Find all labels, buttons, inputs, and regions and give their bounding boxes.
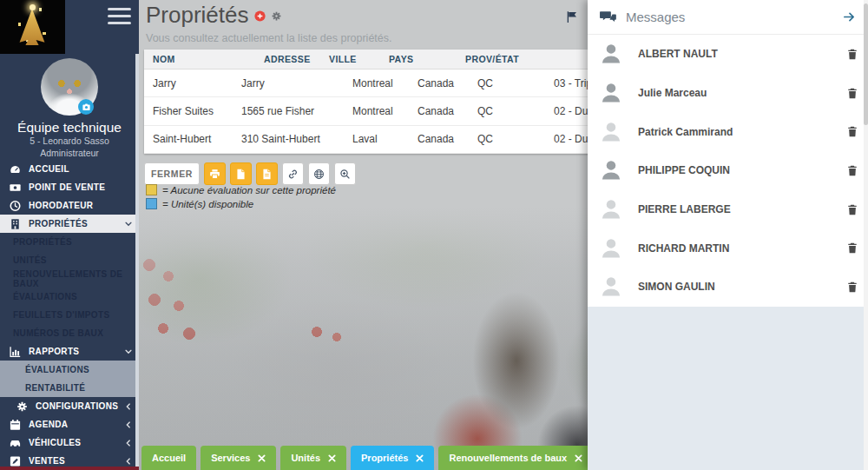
sidebar-subitem-unites[interactable]: UNITÉS	[0, 251, 139, 269]
delete-conversation-button[interactable]	[847, 88, 858, 99]
dashboard-icon	[9, 163, 22, 175]
export-pdf-button[interactable]	[256, 162, 278, 185]
column-header: PAYS	[380, 54, 457, 64]
tab-close-icon[interactable]	[575, 454, 582, 462]
user-profile: Équipe technique 5 - Leonardo Sasso Admi…	[0, 58, 139, 159]
fermer-button[interactable]: FERMER	[144, 162, 200, 185]
zoom-search-button[interactable]	[334, 162, 356, 185]
team-name: Équipe technique	[0, 120, 139, 136]
link-icon	[287, 169, 299, 180]
delete-conversation-button[interactable]	[847, 126, 858, 137]
sidebar-subitem-numeros-de-baux[interactable]: NUMÉROS DE BAUX	[0, 324, 139, 342]
delete-conversation-button[interactable]	[847, 204, 858, 215]
chevron-left-icon	[124, 420, 133, 429]
message-contact[interactable]: SIMON GAULIN	[588, 268, 868, 307]
delete-conversation-button[interactable]	[847, 165, 858, 176]
user-id: 5 - Leonardo Sasso	[0, 136, 139, 148]
column-header: ADRESSE	[255, 54, 320, 64]
table-cell: Jarry	[144, 77, 233, 89]
contact-name: ALBERT NAULT	[638, 48, 847, 60]
add-property-button[interactable]	[254, 10, 266, 22]
message-contact[interactable]: ALBERT NAULT	[588, 35, 868, 74]
legend-text: = Unité(s) disponible	[162, 199, 253, 209]
cash-icon	[9, 182, 22, 194]
flag-icon[interactable]	[566, 10, 579, 23]
sidebar-item-accueil[interactable]: ACCUEIL	[0, 160, 139, 178]
printer-icon	[209, 169, 220, 180]
print-button[interactable]	[204, 162, 226, 185]
table-cell: Saint-Hubert	[144, 133, 233, 145]
tab-label: Accueil	[152, 453, 186, 463]
tab-proprietes[interactable]: Propriétés	[351, 446, 434, 470]
sidebar-subitem-rentabilite[interactable]: RENTABILITÉ	[0, 379, 139, 397]
sidebar-bottom-strip	[0, 467, 139, 470]
link-button[interactable]	[282, 162, 304, 185]
message-contact[interactable]: Julie Marceau	[588, 74, 868, 113]
person-avatar-icon	[599, 158, 623, 182]
messages-scrollbar[interactable]	[864, 0, 868, 470]
clock-icon	[9, 200, 22, 212]
sidebar-item-vehicules[interactable]: VÉHICULES	[0, 434, 139, 452]
chevron-left-icon	[124, 457, 133, 466]
column-header: VILLE	[320, 54, 380, 64]
delete-conversation-button[interactable]	[847, 242, 858, 254]
tab-unites[interactable]: Unités	[280, 446, 346, 470]
tab-renouvellements-de-baux[interactable]: Renouvellements de baux	[438, 446, 593, 470]
contact-name: PHILIPPE COQUIN	[638, 164, 847, 176]
sidebar-subitem-renouvellements-de-baux[interactable]: RENOUVELLEMENTS DE BAUX	[0, 269, 139, 288]
tab-close-icon[interactable]	[416, 454, 424, 462]
car-icon	[9, 437, 22, 449]
christmas-tree-logo[interactable]	[0, 0, 65, 54]
sidebar-subitem-rapports-evaluations[interactable]: ÉVALUATIONS	[0, 361, 139, 379]
message-contact[interactable]: PIERRE LABERGE	[588, 190, 868, 229]
toolbar-buttons	[204, 162, 356, 185]
message-contact[interactable]: PHILIPPE COQUIN	[588, 151, 868, 190]
tab-close-icon[interactable]	[258, 454, 266, 462]
person-avatar-icon	[599, 197, 623, 222]
file-icon	[235, 169, 247, 180]
sidebar-item-configurations[interactable]: CONFIGURATIONS	[0, 397, 139, 415]
person-avatar-icon	[599, 81, 623, 105]
legend-row: = Unité(s) disponible	[146, 198, 336, 209]
tab-close-icon[interactable]	[328, 454, 336, 462]
sidebar-scrollbar[interactable]	[135, 54, 139, 470]
page-subtitle: Vous consultez actuellement la liste des…	[146, 32, 392, 44]
sidebar-item-label: VÉHICULES	[29, 438, 81, 447]
hamburger-menu-button[interactable]	[108, 8, 131, 24]
table-cell: Canada	[409, 77, 469, 89]
tab-services[interactable]: Services	[201, 446, 276, 470]
delete-conversation-button[interactable]	[847, 281, 858, 293]
sidebar-item-label: RENOUVELLEMENTS DE BAUX	[13, 269, 133, 288]
contacts-list: ALBERT NAULT Julie Marceau Patrick Cammi…	[588, 35, 868, 307]
tab-label: Services	[211, 453, 250, 463]
globe-button[interactable]	[308, 162, 330, 185]
sidebar-item-agenda[interactable]: AGENDA	[0, 415, 139, 434]
sidebar-subitem-feuillets-impots[interactable]: FEUILLETS D'IMPOTS	[0, 306, 139, 324]
sidebar-subitem-proprietes[interactable]: PROPRIÉTÉS	[0, 233, 139, 251]
sidebar-item-label: POINT DE VENTE	[29, 182, 105, 192]
sidebar-menu: ACCUEIL POINT DE VENTE HORODATEUR	[0, 160, 139, 470]
table-cell: QC	[469, 77, 545, 89]
sidebar-subitem-evaluations[interactable]: ÉVALUATIONS	[0, 288, 139, 306]
export-file-button[interactable]	[230, 162, 252, 185]
page-settings-button[interactable]	[271, 10, 282, 22]
message-contact[interactable]: RICHARD MARTIN	[588, 228, 868, 268]
tab-label: Propriétés	[361, 453, 408, 463]
sidebar-item-label: ÉVALUATIONS	[13, 292, 77, 301]
tab-accueil[interactable]: Accueil	[141, 446, 196, 470]
user-role: Administrateur	[0, 148, 139, 160]
legend-row: = Aucune évaluation sur cette propriété	[146, 184, 336, 195]
sidebar-item-label: VENTES	[29, 456, 65, 466]
sidebar-item-rapports[interactable]: RAPPORTS	[0, 342, 139, 361]
delete-conversation-button[interactable]	[847, 49, 858, 60]
search-plus-icon	[339, 169, 351, 180]
collapse-panel-arrow-icon[interactable]	[842, 10, 857, 23]
message-contact[interactable]: Patrick Cammirand	[588, 112, 868, 151]
sidebar-item-proprietes[interactable]: PROPRIÉTÉS	[0, 215, 139, 233]
chart-icon	[9, 346, 22, 358]
change-avatar-button[interactable]	[78, 99, 94, 115]
sidebar-item-label: ÉVALUATIONS	[25, 365, 89, 374]
sidebar-item-label: PROPRIÉTÉS	[29, 219, 88, 228]
sidebar-item-point-de-vente[interactable]: POINT DE VENTE	[0, 178, 139, 196]
sidebar-item-horodateur[interactable]: HORODATEUR	[0, 196, 139, 215]
